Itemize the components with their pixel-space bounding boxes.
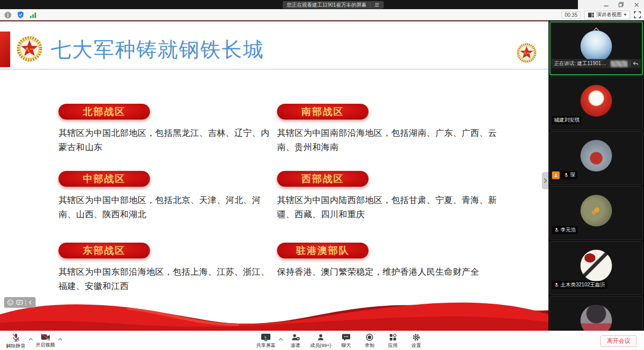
participant-name: 琛 (570, 171, 575, 179)
avatar (580, 305, 612, 331)
participant-name-chip: 城建刘安琪 (552, 116, 581, 124)
record-button[interactable]: 录制 (358, 331, 381, 349)
meeting-info-icon[interactable] (4, 11, 12, 19)
settings-button[interactable]: 设置 (405, 331, 428, 349)
reply-arrow-icon[interactable] (632, 61, 638, 67)
audio-options-caret[interactable] (27, 331, 34, 341)
leave-meeting-button[interactable]: 离开会议 (600, 335, 637, 347)
close-button[interactable] (629, 0, 644, 9)
participant-tile[interactable] (549, 296, 643, 331)
section-pill-label: 中部战区 (83, 172, 126, 186)
start-video-button[interactable]: 开启视频 (34, 331, 57, 348)
chat-button[interactable]: 聊天 (334, 331, 358, 349)
share-options-caret[interactable] (278, 331, 284, 341)
section-pill: 西部战区 (277, 171, 369, 187)
pla-emblem-left: 八一 (16, 36, 43, 62)
share-screen-label: 共享屏幕 (256, 342, 275, 349)
section-hk-macau-garrison: 驻港澳部队 保持香港、澳门繁荣稳定，维护香港人民生命财产全 (277, 243, 506, 279)
participant-tile-speaker[interactable]: 正在讲话: 建工11901崔万... (549, 21, 643, 75)
members-icon (317, 333, 325, 341)
collapse-left-icon[interactable] (28, 300, 32, 305)
section-desc: 其辖区为中国南部沿海地区，包括湖南、广东、广西、云南、贵州和海南 (277, 126, 506, 154)
quick-chat-icon[interactable] (16, 300, 23, 306)
video-options-caret[interactable] (57, 331, 63, 341)
network-signal-icon[interactable] (29, 12, 37, 18)
participant-tile[interactable]: 李元浩 (549, 186, 643, 240)
section-desc: 其辖区为中国中部地区，包括北京、天津、河北、河南、山西、陕西和湖北 (58, 193, 272, 221)
apps-button[interactable]: 应用 (381, 331, 405, 349)
screen-share-banner-bar: 您正在观看建工11901崔万丰的屏幕 (0, 0, 644, 9)
participant-tile[interactable]: 土木类32102王鑫沂 (549, 241, 643, 295)
hand-raised-badge-icon (552, 171, 560, 179)
participant-name-chip: 琛 (562, 171, 577, 179)
center-controls: 共享屏幕 邀请 成员(99+) (254, 331, 428, 350)
chevron-right-icon (544, 178, 547, 183)
section-central-theater: 中部战区 其辖区为中国中部地区，包括北京、天津、河北、河南、山西、陕西和湖北 (58, 171, 272, 221)
section-pill-label: 驻港澳部队 (296, 244, 350, 257)
section-pill-label: 北部战区 (83, 105, 126, 119)
red-ribbon-graphic (0, 299, 548, 331)
section-desc: 其辖区为中国东部沿海地区，包括上海、江苏、浙江、福建、安徽和江西 (58, 265, 272, 293)
mic-muted-icon (564, 172, 569, 178)
view-mode-caret-icon (624, 14, 627, 16)
svg-text:八一: 八一 (24, 47, 34, 52)
section-east-theater: 东部战区 其辖区为中国东部沿海地区，包括上海、江苏、浙江、福建、安徽和江西 (58, 243, 272, 293)
view-mode-button[interactable]: 演讲者视图 (584, 11, 630, 19)
mic-muted-icon (554, 227, 559, 232)
window-controls (578, 0, 644, 9)
watching-banner-text: 您正在观看建工11901崔万丰的屏幕 (287, 2, 366, 9)
minimize-button[interactable] (598, 0, 614, 9)
members-label: 成员(99+) (310, 342, 331, 349)
banner-menu-icon[interactable] (374, 3, 380, 7)
emoji-reaction-icon[interactable] (7, 299, 14, 306)
section-south-theater: 南部战区 其辖区为中国南部沿海地区，包括湖南、广东、广西、云南、贵州和海南 (277, 104, 506, 154)
section-pill-label: 南部战区 (301, 105, 344, 119)
minimize-icon (604, 3, 608, 7)
speaking-label-bar: 正在讲话: 建工11901崔万... (551, 59, 641, 68)
title-divider-line (0, 69, 548, 70)
leave-meeting-label: 离开会议 (607, 337, 630, 345)
section-desc: 其辖区为中国内陆西部地区，包括甘肃、宁夏、青海、新疆、西藏、四川和重庆 (277, 193, 506, 221)
divider (25, 300, 26, 306)
record-icon (365, 333, 374, 341)
section-pill: 南部战区 (277, 104, 369, 120)
toolbar-right-controls: 00:35 演讲者视图 (562, 9, 641, 20)
invite-person-icon (291, 333, 300, 341)
sidebar-toggle-tab[interactable] (542, 172, 548, 189)
view-mode-label: 演讲者视图 (596, 11, 622, 18)
meeting-toolbar-top: 00:35 演讲者视图 (0, 9, 644, 20)
section-pill: 北部战区 (58, 104, 150, 120)
invite-button[interactable]: 邀请 (284, 331, 307, 349)
pla-emblem-right: 八一 (516, 43, 537, 63)
share-screen-button[interactable]: 共享屏幕 (254, 331, 278, 349)
reaction-toolbar (4, 297, 36, 308)
mic-muted-icon (554, 282, 559, 287)
section-desc: 其辖区为中国北部地区，包括黑龙江、吉林、辽宁、内蒙古和山东 (58, 126, 272, 154)
section-pill: 中部战区 (58, 171, 150, 187)
unmute-button[interactable]: 解除静音 (4, 331, 27, 349)
fullscreen-icon[interactable] (634, 11, 641, 18)
section-west-theater: 西部战区 其辖区为中国内陆西部地区，包括甘肃、宁夏、青海、新疆、西藏、四川和重庆 (277, 171, 506, 221)
watching-banner: 您正在观看建工11901崔万丰的屏幕 (283, 1, 384, 9)
section-pill-label: 东部战区 (83, 244, 126, 257)
section-north-theater: 北部战区 其辖区为中国北部地区，包括黑龙江、吉林、辽宁、内蒙古和山东 (58, 104, 272, 154)
slide-red-accent-block (0, 32, 10, 67)
participant-tile[interactable]: 琛 (549, 131, 643, 185)
avatar (580, 250, 612, 281)
shared-screen: 八一 七大军种铸就钢铁长城 八一 北部战区 其辖区为中国北部地区，包括黑龙江、吉… (0, 20, 548, 331)
restore-button[interactable] (614, 0, 629, 9)
members-button[interactable]: 成员(99+) (307, 331, 334, 349)
security-shield-icon[interactable] (17, 11, 24, 19)
section-desc: 保持香港、澳门繁荣稳定，维护香港人民生命财产全 (277, 265, 506, 279)
apps-label: 应用 (388, 342, 398, 349)
start-video-label: 开启视频 (36, 342, 55, 348)
section-pill: 东部战区 (58, 243, 150, 258)
avatar (580, 31, 612, 62)
participant-name: 李元浩 (561, 226, 576, 234)
record-label: 录制 (365, 342, 375, 349)
slide-title: 七大军种铸就钢铁长城 (51, 36, 264, 64)
meeting-window: 您正在观看建工11901崔万丰的屏幕 (0, 0, 644, 350)
close-icon (634, 3, 639, 7)
participant-tile[interactable]: 城建刘安琪 (549, 76, 643, 130)
chat-icon (342, 333, 351, 341)
